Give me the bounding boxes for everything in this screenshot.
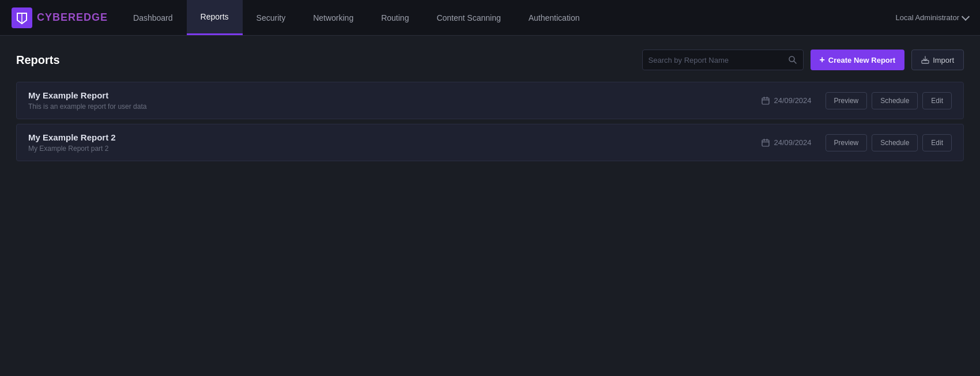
- svg-rect-7: [762, 98, 769, 104]
- search-input[interactable]: [649, 56, 788, 64]
- nav-item-authentication[interactable]: Authentication: [515, 0, 594, 35]
- calendar-icon: [762, 97, 770, 105]
- page-content: Reports + Create New Report: [0, 36, 980, 180]
- nav-item-security[interactable]: Security: [243, 0, 300, 35]
- nav-item-dashboard[interactable]: Dashboard: [119, 0, 187, 35]
- report-row: My Example Report 2 My Example Report pa…: [16, 124, 964, 161]
- import-button[interactable]: Import: [911, 50, 964, 70]
- nav-item-reports[interactable]: Reports: [187, 0, 243, 35]
- user-menu[interactable]: Local Administrator: [884, 13, 980, 22]
- report-description: This is an example report for user data: [28, 102, 731, 111]
- create-button-label: Create New Report: [828, 56, 895, 64]
- main-nav: CYBEREDGE Dashboard Reports Security Net…: [0, 0, 980, 36]
- edit-button[interactable]: Edit: [922, 134, 952, 151]
- calendar-icon: [762, 139, 770, 147]
- report-name: My Example Report: [28, 90, 731, 100]
- header-actions: + Create New Report Import: [642, 50, 964, 70]
- report-info: My Example Report 2 My Example Report pa…: [28, 132, 731, 153]
- reports-list: My Example Report This is an example rep…: [16, 82, 964, 166]
- report-info: My Example Report This is an example rep…: [28, 90, 731, 111]
- import-label: Import: [933, 56, 954, 64]
- logo-text: CYBEREDGE: [37, 12, 108, 24]
- create-new-report-button[interactable]: + Create New Report: [811, 50, 905, 70]
- logo-icon: [12, 7, 32, 28]
- nav-item-routing[interactable]: Routing: [367, 0, 423, 35]
- schedule-button[interactable]: Schedule: [872, 92, 918, 109]
- search-icon: [788, 55, 797, 64]
- logo[interactable]: CYBEREDGE: [0, 7, 119, 28]
- report-date: 24/09/2024: [731, 138, 812, 147]
- page-title: Reports: [16, 54, 60, 67]
- report-actions: Preview Schedule Edit: [826, 92, 952, 109]
- edit-button[interactable]: Edit: [922, 92, 952, 109]
- svg-line-4: [794, 61, 796, 63]
- logo-text-edge: EDGE: [76, 12, 108, 23]
- user-label: Local Administrator: [895, 13, 959, 22]
- import-icon: [921, 56, 929, 64]
- logo-text-cyber: CYBER: [37, 12, 76, 23]
- report-actions: Preview Schedule Edit: [826, 134, 952, 151]
- chevron-down-icon: [962, 13, 970, 21]
- preview-button[interactable]: Preview: [826, 134, 868, 151]
- schedule-button[interactable]: Schedule: [872, 134, 918, 151]
- report-name: My Example Report 2: [28, 132, 731, 142]
- report-date-value: 24/09/2024: [774, 96, 812, 105]
- nav-item-networking[interactable]: Networking: [299, 0, 367, 35]
- search-button[interactable]: [788, 55, 797, 64]
- page-header: Reports + Create New Report: [16, 50, 964, 70]
- svg-rect-11: [762, 140, 769, 146]
- report-date: 24/09/2024: [731, 96, 812, 105]
- report-description: My Example Report part 2: [28, 145, 731, 153]
- preview-button[interactable]: Preview: [826, 92, 868, 109]
- nav-items: Dashboard Reports Security Networking Ro…: [119, 0, 884, 35]
- report-row: My Example Report This is an example rep…: [16, 82, 964, 119]
- nav-item-content-scanning[interactable]: Content Scanning: [423, 0, 514, 35]
- plus-icon: +: [820, 55, 825, 64]
- report-date-value: 24/09/2024: [774, 138, 812, 147]
- search-container: [642, 50, 804, 70]
